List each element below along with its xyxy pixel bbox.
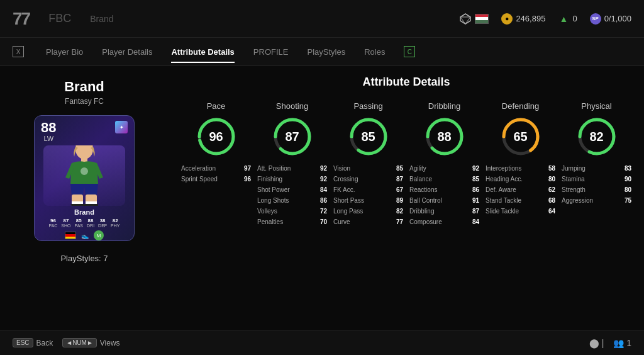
sub-attrs: Jumping 83 Stamina 90 Strength 80 Aggres… <box>562 165 631 208</box>
x-icon: X <box>13 46 24 57</box>
tab-roles[interactable]: Roles <box>364 44 385 60</box>
sub-attr-name: Sprint Speed <box>181 176 231 183</box>
bottom-left: ESC Back ◄NUM► Views <box>13 338 120 347</box>
sub-attr-name: Crossing <box>333 176 384 183</box>
card-top-left: 88 LW <box>41 121 56 142</box>
tab-player-bio[interactable]: Player Bio <box>46 44 83 60</box>
sub-attr-row: Balance 85 <box>409 176 479 183</box>
sub-attr-name: Jumping <box>562 165 612 172</box>
attr-cat-name: Passing <box>353 101 382 111</box>
top-bar-left: 77 FBC Brand <box>13 9 114 29</box>
sub-attr-val: 70 <box>314 218 327 225</box>
sub-attr-row: Dribbling 87 <box>409 208 479 215</box>
sub-attrs: Vision 85 Crossing 87 FK Acc. 67 Short P… <box>333 165 403 229</box>
sub-attr-name: Curve <box>333 218 384 225</box>
sp-icon: SP <box>590 13 601 25</box>
sub-attr-val: 87 <box>467 208 479 215</box>
sub-attr-val: 87 <box>391 176 403 183</box>
sub-attr-name: Finishing <box>257 176 308 183</box>
card-stats-row: 96 PAC 87 SHO 85 PAS 88 DRI 38 DEF <box>45 218 123 228</box>
sub-attr-row: Volleys 72 <box>257 208 327 215</box>
svg-line-3 <box>465 14 470 17</box>
currency-points: ▲ 0 <box>558 13 577 25</box>
sub-attr-val: 85 <box>391 165 403 172</box>
sub-attr-row: Agility 92 <box>409 165 479 172</box>
tab-profile[interactable]: PROFILE <box>253 44 289 60</box>
sub-attr-name: Long Pass <box>333 208 384 215</box>
sub-attr-name: Acceleration <box>181 165 231 172</box>
sub-attr-val: 75 <box>619 197 631 204</box>
svg-point-12 <box>80 167 88 175</box>
attr-cat-name: Pace <box>207 101 226 111</box>
views-button[interactable]: ◄NUM► Views <box>62 338 119 347</box>
sub-attr-row: FK Acc. 67 <box>333 186 403 193</box>
sub-attr-val: 62 <box>543 186 555 193</box>
sub-attr-name: FK Acc. <box>333 186 384 193</box>
sub-attr-val: 84 <box>467 218 479 225</box>
sub-attr-val: 96 <box>238 176 251 183</box>
sub-attr-name: Strength <box>562 186 612 193</box>
sub-attr-row: Strength 80 <box>562 186 631 193</box>
top-bar-right: ● 246,895 ▲ 0 SP 0/1,000 <box>459 13 631 25</box>
sub-attr-val: 92 <box>467 165 479 172</box>
sub-attr-val: 91 <box>467 197 479 204</box>
attribute-details-title: Attribute Details <box>181 76 631 89</box>
sub-attr-val: 92 <box>314 176 327 183</box>
sub-attr-row: Shot Power 84 <box>257 186 327 193</box>
attr-cat-name: Shooting <box>276 101 308 111</box>
sub-attr-name: Dribbling <box>409 208 460 215</box>
sub-attr-name: Penalties <box>257 218 308 225</box>
card-stat-phy: 82 PHY <box>111 218 119 228</box>
circle-value: 96 <box>209 130 223 144</box>
sub-attr-row: Long Shots 86 <box>257 197 327 204</box>
sub-attr-row: Short Pass 89 <box>333 197 403 204</box>
sub-attrs: Interceptions 58 Heading Acc. 80 Def. Aw… <box>486 165 555 218</box>
sub-attr-row: Penalties 70 <box>257 218 327 225</box>
card-nation-flag <box>65 232 76 239</box>
svg-line-2 <box>460 14 465 17</box>
sub-attr-val: 86 <box>314 197 327 204</box>
player-name: Brand <box>64 79 104 95</box>
attributes-grid: Pace 96 Acceleration 97 Sprint Speed 96 … <box>181 101 631 229</box>
tab-attribute-details[interactable]: Attribute Details <box>171 44 234 60</box>
currency-gem <box>459 13 489 25</box>
circle-value: 65 <box>513 130 527 144</box>
sub-attr-val: 80 <box>619 186 631 193</box>
card-bottom-icons: 👟 M <box>65 230 104 240</box>
sub-attr-val: 92 <box>314 165 327 172</box>
bottom-bar: ESC Back ◄NUM► Views ⬤ | 👥 1 <box>0 330 644 355</box>
sub-attr-name: Volleys <box>257 208 308 215</box>
nav-title: FBC <box>48 12 71 25</box>
currency-sp: SP 0/1,000 <box>590 13 631 25</box>
attr-cat-name: Defending <box>502 101 539 111</box>
sub-attr-val: 85 <box>467 176 479 183</box>
back-button[interactable]: ESC Back <box>13 338 53 347</box>
circle-value: 85 <box>361 130 375 144</box>
sub-attr-name: Composure <box>409 218 460 225</box>
sub-attr-name: Long Shots <box>257 197 308 204</box>
attr-circle: 85 <box>347 115 391 159</box>
attr-cat-name: Physical <box>581 101 611 111</box>
c-icon: C <box>404 46 415 57</box>
sub-attr-row: Reactions 86 <box>409 186 479 193</box>
sub-attr-val: 83 <box>619 165 631 172</box>
sub-attr-name: Slide Tackle <box>486 208 536 215</box>
card-stat-pas: 85 PAS <box>75 218 84 228</box>
sub-attr-name: Def. Aware <box>486 186 536 193</box>
tab-player-details[interactable]: Player Details <box>102 44 152 60</box>
attr-category-shooting: Shooting 87 Att. Position 92 Finishing 9… <box>257 101 327 229</box>
circle-value: 82 <box>589 130 603 144</box>
sub-attr-row: Curve 77 <box>333 218 403 225</box>
sub-attr-row: Aggression 75 <box>562 197 631 204</box>
sub-attrs: Att. Position 92 Finishing 92 Shot Power… <box>257 165 327 229</box>
circle-value: 88 <box>437 130 451 144</box>
sub-attr-row: Crossing 87 <box>333 176 403 183</box>
sub-attr-row: Stand Tackle 68 <box>486 197 555 204</box>
tab-playstyles[interactable]: PlayStyles <box>307 44 345 60</box>
sub-attr-val: 86 <box>467 186 479 193</box>
sub-attr-row: Interceptions 58 <box>486 165 555 172</box>
sub-attr-name: Reactions <box>409 186 460 193</box>
back-label: Back <box>36 339 53 347</box>
card-name: Brand <box>74 208 94 216</box>
card-rating: 88 <box>41 121 56 135</box>
